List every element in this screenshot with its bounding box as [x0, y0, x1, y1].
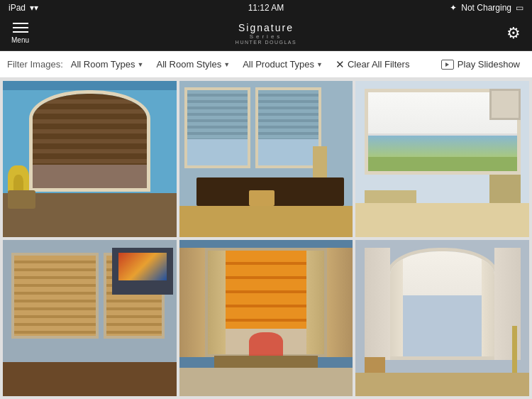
logo-signature: Signature: [235, 22, 297, 33]
status-left: iPad ▾▾: [9, 3, 38, 13]
bluetooth-icon: ✦: [450, 3, 457, 13]
charging-status: Not Charging: [461, 3, 511, 13]
status-bar: iPad ▾▾ 11:12 AM ✦ Not Charging ▭: [0, 0, 532, 16]
room-types-arrow: ▼: [138, 61, 144, 68]
clear-icon: ✕: [336, 58, 345, 71]
room-image-2[interactable]: [179, 81, 353, 237]
room-image-3[interactable]: [355, 81, 529, 237]
room-image-1[interactable]: [3, 81, 177, 237]
settings-button[interactable]: ⚙: [506, 24, 521, 43]
wifi-icon: ▾▾: [30, 3, 38, 13]
logo-series: Series: [235, 33, 297, 40]
battery-icon: ▭: [516, 3, 523, 13]
product-types-label: All Product Types: [243, 59, 314, 70]
logo-brand: HUNTER DOUGLAS: [235, 40, 297, 45]
room-styles-arrow: ▼: [223, 61, 230, 68]
room-image-6[interactable]: [355, 240, 529, 396]
room-types-filter[interactable]: All Room Types ▼: [66, 57, 149, 72]
status-time: 11:12 AM: [248, 3, 284, 13]
nav-bar: Menu Signature Series HUNTER DOUGLAS ⚙: [0, 16, 532, 51]
clear-filters-label: Clear All Filters: [348, 59, 409, 70]
device-label: iPad: [9, 3, 26, 13]
room-image-5[interactable]: [179, 240, 353, 396]
menu-bar-1: [13, 23, 28, 24]
play-slideshow-button[interactable]: Play Slideshow: [436, 57, 525, 72]
room-types-label: All Room Types: [71, 59, 135, 70]
room-styles-filter[interactable]: All Room Styles ▼: [151, 57, 235, 72]
filter-images-label: Filter Images:: [7, 59, 63, 70]
menu-bar-2: [13, 27, 28, 28]
image-grid: [0, 78, 532, 399]
clear-filters-button[interactable]: ✕ Clear All Filters: [331, 56, 414, 73]
slideshow-icon: [441, 60, 454, 70]
menu-label: Menu: [11, 36, 29, 44]
menu-bar-3: [13, 31, 28, 33]
product-types-arrow: ▼: [316, 61, 323, 68]
status-right: ✦ Not Charging ▭: [450, 3, 523, 13]
brand-logo: Signature Series HUNTER DOUGLAS: [235, 22, 297, 45]
room-image-4[interactable]: [3, 240, 177, 396]
product-types-filter[interactable]: All Product Types ▼: [238, 57, 328, 72]
play-slideshow-label: Play Slideshow: [458, 59, 520, 70]
room-styles-label: All Room Styles: [156, 59, 221, 70]
filter-bar: Filter Images: All Room Types ▼ All Room…: [0, 51, 532, 78]
menu-button[interactable]: Menu: [11, 23, 29, 44]
